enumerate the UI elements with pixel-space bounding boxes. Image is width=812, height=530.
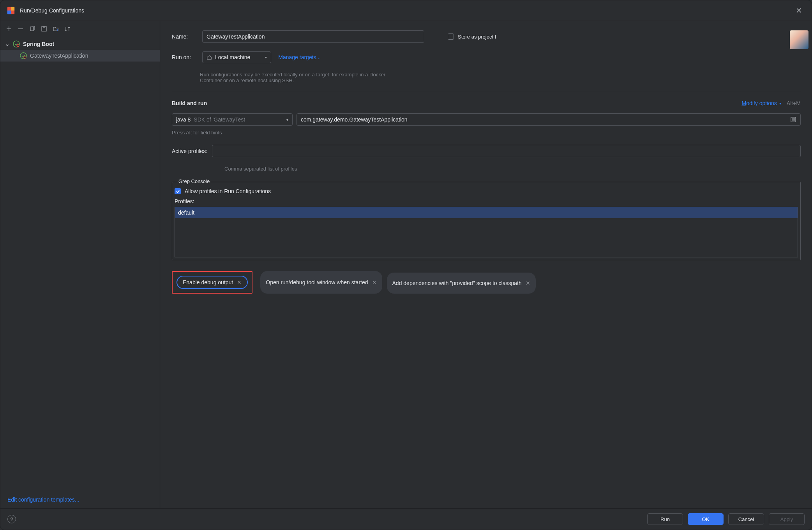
svg-rect-5 [43, 26, 45, 28]
folder-config-icon[interactable] [52, 25, 60, 33]
active-profiles-hint: Comma separated list of profiles [224, 166, 801, 172]
modify-options-link[interactable]: Modify options▾ [742, 100, 781, 106]
name-input[interactable] [202, 30, 424, 43]
active-profiles-input[interactable] [212, 145, 801, 157]
chevron-down-icon: ⌄ [5, 41, 11, 47]
allow-profiles-label: Allow profiles in Run Configurations [185, 188, 271, 194]
run-on-help: Run configurations may be executed local… [200, 72, 402, 83]
svg-rect-8 [18, 45, 18, 46]
dialog-title: Run/Debug Configurations [20, 7, 793, 14]
bottom-bar: ? Run OK Cancel Apply [0, 508, 812, 530]
sdk-dropdown[interactable]: java 8 SDK of 'GatewayTest ▾ [172, 113, 293, 126]
grep-console-legend: Grep Console [177, 178, 211, 184]
chevron-down-icon: ▾ [779, 101, 781, 106]
sidebar: ⌄ Spring Boot GatewayTestApplication Edi… [0, 21, 160, 508]
spring-icon [20, 52, 27, 59]
chip-label: Enable debug output [183, 279, 233, 285]
field-hints: Press Alt for field hints [172, 130, 801, 136]
remove-config-icon[interactable] [17, 25, 25, 33]
run-on-value: Local machine [215, 54, 250, 60]
svg-rect-2 [11, 7, 14, 11]
run-on-dropdown[interactable]: Local machine ▾ [202, 51, 271, 63]
edit-templates-link[interactable]: Edit configuration templates... [7, 497, 79, 503]
tree-node-springboot[interactable]: ⌄ Spring Boot [0, 38, 160, 50]
chip-label: Add dependencies with "provided" scope t… [392, 280, 522, 286]
store-as-project-file-checkbox[interactable] [448, 33, 454, 40]
manage-targets-link[interactable]: Manage targets... [278, 54, 321, 60]
close-icon[interactable]: ✕ [526, 280, 530, 286]
tree-parent-label: Spring Boot [23, 41, 54, 47]
chip-label: Open run/debug tool window when started [266, 279, 368, 285]
highlight-box: Enable debug output ✕ [172, 271, 252, 294]
chevron-down-icon: ▾ [265, 55, 267, 60]
active-profiles-label: Active profiles: [172, 148, 207, 154]
config-tree: ⌄ Spring Boot GatewayTestApplication [0, 37, 160, 491]
chip-provided-scope[interactable]: Add dependencies with "provided" scope t… [387, 273, 536, 294]
divider [172, 92, 801, 92]
close-icon[interactable]: ✕ [237, 279, 242, 285]
save-config-icon[interactable] [40, 25, 48, 33]
modify-shortcut: Alt+M [787, 100, 801, 106]
chevron-down-icon: ▾ [286, 118, 288, 122]
list-icon[interactable] [790, 116, 796, 123]
add-config-icon[interactable] [5, 25, 13, 33]
run-on-label: Run on: [172, 54, 202, 60]
tree-node-gatewaytest[interactable]: GatewayTestApplication [0, 50, 160, 62]
svg-rect-11 [25, 56, 25, 57]
tree-child-label: GatewayTestApplication [30, 53, 88, 59]
cancel-button[interactable]: Cancel [728, 513, 764, 525]
ok-button[interactable]: OK [688, 513, 724, 525]
help-icon[interactable]: ? [7, 515, 16, 523]
build-run-title: Build and run [172, 100, 742, 106]
main-class-value: com.gateway.demo.GatewayTestApplication [301, 116, 790, 123]
sort-config-icon[interactable] [64, 25, 71, 33]
sdk-value: java 8 [176, 116, 191, 123]
apply-button[interactable]: Apply [769, 513, 805, 525]
options-chips: Enable debug output ✕ Open run/debug too… [172, 271, 801, 294]
close-icon[interactable]: ✕ [372, 279, 377, 285]
name-label: Name: [172, 33, 202, 40]
store-as-label: Store as project f [458, 34, 496, 40]
profiles-label: Profiles: [175, 198, 798, 204]
chip-open-tool-window[interactable]: Open run/debug tool window when started … [260, 271, 382, 294]
allow-profiles-checkbox[interactable] [175, 188, 181, 194]
profiles-item-default[interactable]: default [175, 207, 798, 218]
grep-console-fieldset: Grep Console Allow profiles in Run Confi… [172, 182, 801, 260]
home-icon [207, 55, 212, 60]
config-panel: Name: Store as project f Run on: Local m… [160, 21, 812, 508]
run-button[interactable]: Run [647, 513, 683, 525]
svg-rect-1 [7, 11, 11, 14]
svg-rect-3 [30, 27, 34, 31]
titlebar: Run/Debug Configurations ✕ [0, 0, 812, 21]
copy-config-icon[interactable] [28, 25, 36, 33]
app-logo-icon [7, 6, 15, 15]
main-class-input[interactable]: com.gateway.demo.GatewayTestApplication [297, 113, 801, 126]
sdk-hint: SDK of 'GatewayTest [194, 116, 286, 123]
spring-icon [13, 40, 20, 48]
close-icon[interactable]: ✕ [793, 4, 805, 17]
profiles-listbox[interactable]: default [175, 207, 798, 257]
project-thumbnail [790, 30, 808, 49]
sidebar-toolbar [0, 21, 160, 37]
chip-enable-debug-output[interactable]: Enable debug output ✕ [177, 276, 248, 289]
